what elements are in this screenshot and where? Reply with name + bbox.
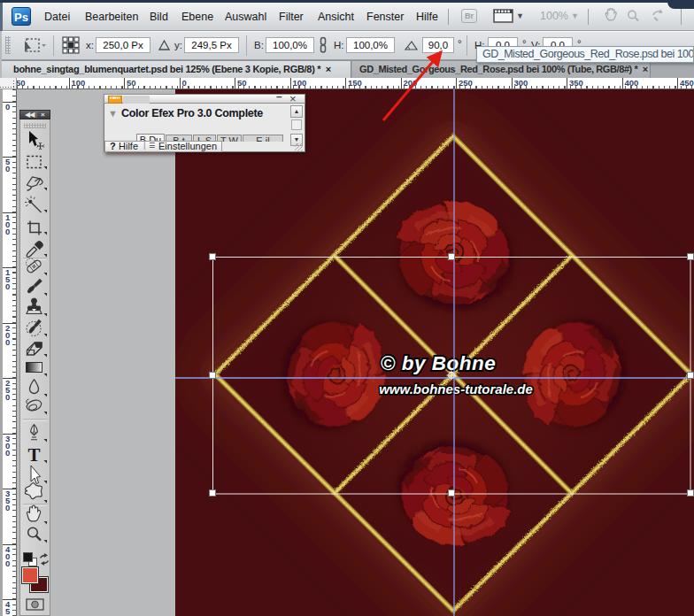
svg-text:T: T	[27, 444, 40, 466]
svg-text:© by Bohne: © by Bohne	[381, 352, 496, 374]
svg-text:www.bohnes-tutorale.de: www.bohnes-tutorale.de	[379, 381, 533, 397]
